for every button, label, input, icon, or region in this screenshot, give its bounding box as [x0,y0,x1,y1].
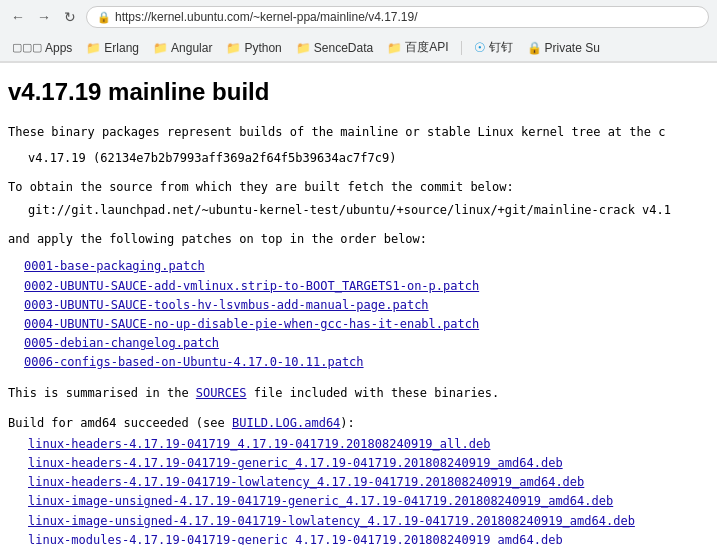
patch-link-5[interactable]: 0005-debian-changelog.patch [24,334,709,353]
description-text: These binary packages represent builds o… [8,123,709,142]
bookmark-baidu-api[interactable]: 📁 百度API [383,37,452,58]
patch-link-1[interactable]: 0001-base-packaging.patch [24,257,709,276]
back-button[interactable]: ← [8,7,28,27]
bookmark-separator [461,41,462,55]
bookmark-angular[interactable]: 📁 Angular [149,39,216,57]
bookmark-apps[interactable]: ▢▢▢ Apps [8,39,76,57]
build-file-6[interactable]: linux-modules-4.17.19-041719-generic_4.1… [28,531,709,545]
page-content: v4.17.19 mainline build These binary pac… [0,63,717,545]
build-file-4[interactable]: linux-image-unsigned-4.17.19-041719-gene… [28,492,709,511]
git-url-text: git://git.launchpad.net/~ubuntu-kernel-t… [28,201,709,220]
folder-icon-baidu: 📁 [387,41,402,55]
patch-list: 0001-base-packaging.patch 0002-UBUNTU-SA… [24,257,709,372]
bookmark-erlang[interactable]: 📁 Erlang [82,39,143,57]
nav-bar: ← → ↻ 🔒 https://kernel.ubuntu.com/~kerne… [0,0,717,34]
build-intro-text: Build for amd64 succeeded (see [8,416,232,430]
dingtalk-icon: ☉ [474,40,486,55]
browser-chrome: ← → ↻ 🔒 https://kernel.ubuntu.com/~kerne… [0,0,717,63]
build-log-link[interactable]: BUILD.LOG.amd64 [232,416,340,430]
build-file-3[interactable]: linux-headers-4.17.19-041719-lowlatency_… [28,473,709,492]
lock-icon: 🔒 [97,11,111,24]
reload-button[interactable]: ↻ [60,7,80,27]
bookmark-angular-label: Angular [171,41,212,55]
patch-link-3[interactable]: 0003-UBUNTU-SAUCE-tools-hv-lsvmbus-add-m… [24,296,709,315]
commit-hash: v4.17.19 (62134e7b2b7993aff369a2f64f5b39… [28,149,709,168]
patches-intro-text: and apply the following patches on top i… [8,230,709,249]
bookmark-private-label: Private Su [545,41,600,55]
fetch-intro-text: To obtain the source from which they are… [8,178,709,197]
patch-link-2[interactable]: 0002-UBUNTU-SAUCE-add-vmlinux.strip-to-B… [24,277,709,296]
bookmark-baidu-label: 百度API [405,39,448,56]
summary-after: file included with these binaries. [246,386,499,400]
folder-icon-python: 📁 [226,41,241,55]
bookmark-apps-label: Apps [45,41,72,55]
build-file-1[interactable]: linux-headers-4.17.19-041719_4.17.19-041… [28,435,709,454]
build-section: Build for amd64 succeeded (see BUILD.LOG… [8,414,709,545]
patch-link-4[interactable]: 0004-UBUNTU-SAUCE-no-up-disable-pie-when… [24,315,709,334]
forward-button[interactable]: → [34,7,54,27]
bookmark-python[interactable]: 📁 Python [222,39,285,57]
folder-icon-sencedata: 📁 [296,41,311,55]
grid-icon: ▢▢▢ [12,41,42,54]
build-intro-close: ): [340,416,354,430]
build-file-5[interactable]: linux-image-unsigned-4.17.19-041719-lowl… [28,512,709,531]
bookmark-sencedata-label: SenceData [314,41,373,55]
address-bar[interactable]: 🔒 https://kernel.ubuntu.com/~kernel-ppa/… [86,6,709,28]
folder-icon-erlang: 📁 [86,41,101,55]
bookmark-dingtalk-label: 钉钉 [489,39,513,56]
patch-link-6[interactable]: 0006-configs-based-on-Ubuntu-4.17.0-10.1… [24,353,709,372]
summary-text: This is summarised in the SOURCES file i… [8,384,709,403]
url-text: https://kernel.ubuntu.com/~kernel-ppa/ma… [115,10,418,24]
bookmarks-bar: ▢▢▢ Apps 📁 Erlang 📁 Angular 📁 Python 📁 S… [0,34,717,62]
summary-before: This is summarised in the [8,386,196,400]
bookmark-erlang-label: Erlang [104,41,139,55]
page-title: v4.17.19 mainline build [8,73,709,111]
sources-link[interactable]: SOURCES [196,386,247,400]
build-files-list: linux-headers-4.17.19-041719_4.17.19-041… [28,435,709,545]
bookmark-dingtalk[interactable]: ☉ 钉钉 [470,37,517,58]
build-file-2[interactable]: linux-headers-4.17.19-041719-generic_4.1… [28,454,709,473]
folder-icon-angular: 📁 [153,41,168,55]
bookmark-sencedata[interactable]: 📁 SenceData [292,39,377,57]
folder-icon-private: 🔒 [527,41,542,55]
bookmark-private-su[interactable]: 🔒 Private Su [523,39,604,57]
bookmark-python-label: Python [244,41,281,55]
